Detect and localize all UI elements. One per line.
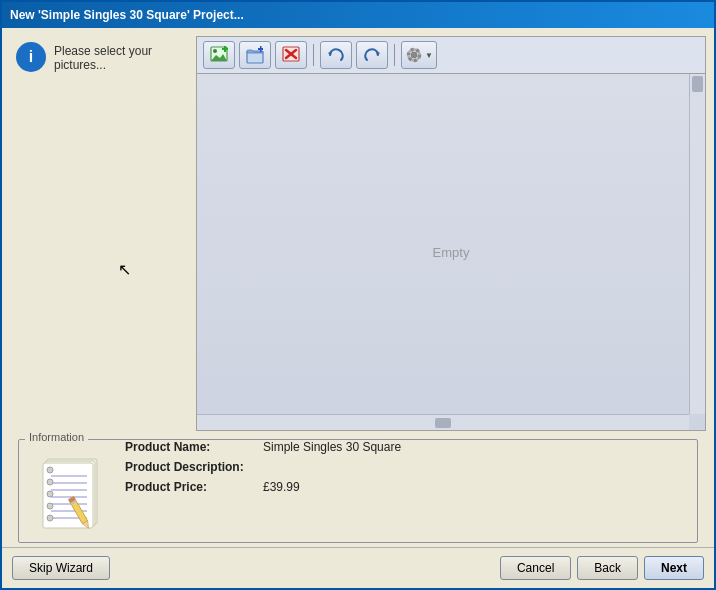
product-price-row: Product Price: £39.99: [125, 480, 401, 494]
info-header: i Please select your pictures...: [16, 42, 184, 72]
title-bar: New 'Simple Singles 30 Square' Project..…: [2, 2, 714, 28]
product-description-row: Product Description:: [125, 460, 401, 474]
cancel-button[interactable]: Cancel: [500, 556, 571, 580]
canvas-area: Empty: [197, 74, 705, 430]
svg-point-30: [47, 515, 53, 521]
remove-button[interactable]: [275, 41, 307, 69]
cursor-indicator: ↖: [118, 260, 131, 279]
undo-button[interactable]: [320, 41, 352, 69]
svg-point-26: [47, 467, 53, 473]
svg-point-13: [411, 52, 417, 58]
settings-button[interactable]: ▼: [401, 41, 437, 69]
product-name-value: Simple Singles 30 Square: [263, 440, 401, 454]
left-panel: i Please select your pictures... ↖: [10, 36, 190, 431]
footer: Skip Wizard Cancel Back Next: [2, 547, 714, 588]
back-button[interactable]: Back: [577, 556, 638, 580]
svg-point-27: [47, 479, 53, 485]
add-image-button[interactable]: [203, 41, 235, 69]
instruction-text: Please select your pictures...: [54, 42, 184, 72]
toolbar-separator-2: [394, 44, 395, 66]
picture-panel: ▼ Empty: [196, 36, 706, 431]
product-name-row: Product Name: Simple Singles 30 Square: [125, 440, 401, 454]
toolbar: ▼: [197, 37, 705, 74]
product-price-value: £39.99: [263, 480, 300, 494]
skip-wizard-button[interactable]: Skip Wizard: [12, 556, 110, 580]
footer-right-buttons: Cancel Back Next: [500, 556, 704, 580]
next-button[interactable]: Next: [644, 556, 704, 580]
main-content: i Please select your pictures... ↖: [2, 28, 714, 439]
svg-point-1: [213, 49, 217, 53]
info-body: Product Name: Simple Singles 30 Square P…: [27, 444, 689, 534]
info-icon: i: [16, 42, 46, 72]
info-legend: Information: [25, 431, 88, 443]
svg-point-29: [47, 503, 53, 509]
vertical-scrollbar[interactable]: [689, 74, 705, 414]
product-name-label: Product Name:: [125, 440, 255, 454]
info-fieldset: Information: [18, 439, 698, 543]
add-folder-button[interactable]: [239, 41, 271, 69]
product-price-label: Product Price:: [125, 480, 255, 494]
svg-point-28: [47, 491, 53, 497]
horizontal-scrollbar[interactable]: [197, 414, 689, 430]
information-section: Information: [10, 439, 706, 543]
svg-rect-4: [224, 46, 226, 52]
main-window: New 'Simple Singles 30 Square' Project..…: [0, 0, 716, 590]
info-rows: Product Name: Simple Singles 30 Square P…: [117, 436, 409, 498]
redo-button[interactable]: [356, 41, 388, 69]
empty-label: Empty: [433, 245, 470, 260]
product-description-label: Product Description:: [125, 460, 255, 474]
svg-rect-7: [260, 46, 262, 52]
notebook-icon: [37, 454, 107, 524]
toolbar-separator-1: [313, 44, 314, 66]
window-title: New 'Simple Singles 30 Square' Project..…: [10, 8, 244, 22]
